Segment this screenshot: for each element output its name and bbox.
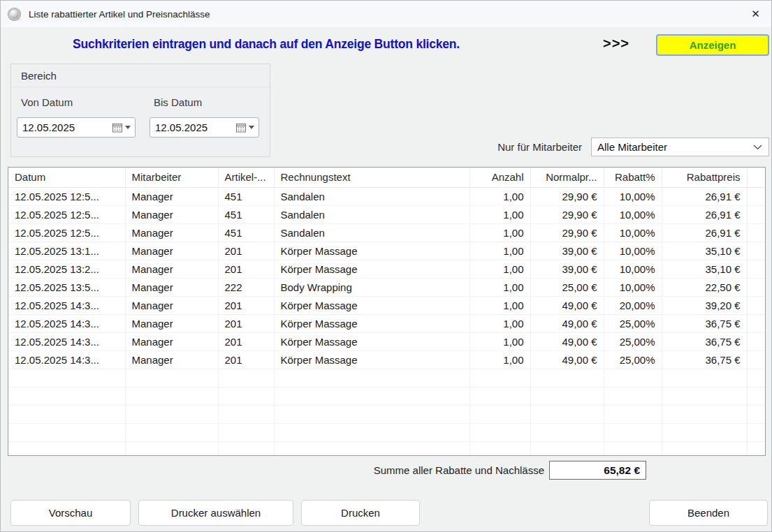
table-cell <box>747 296 765 314</box>
table-cell: 1,00 <box>469 205 530 223</box>
table-cell <box>604 441 662 456</box>
table-cell <box>747 223 765 242</box>
table-filler-row <box>8 423 765 441</box>
column-header[interactable]: Anzahl <box>469 168 530 187</box>
employee-combobox[interactable]: Alle Mitarbeiter <box>591 138 769 156</box>
table-cell: 1,00 <box>469 260 530 278</box>
table-cell <box>469 423 530 441</box>
table-cell <box>218 441 274 456</box>
table-cell: 10,00% <box>604 278 662 296</box>
table-cell: Sandalen <box>274 205 469 223</box>
table-cell <box>747 332 765 350</box>
arrows-indicator: >>> <box>603 36 629 52</box>
table-cell: Body Wrapping <box>274 278 469 296</box>
table-cell <box>530 423 604 441</box>
table-cell: 12.05.2025 14:3... <box>8 296 125 314</box>
table-cell <box>274 441 469 456</box>
results-table[interactable]: DatumMitarbeiterArtikel-...Rechnungstext… <box>8 167 766 456</box>
table-cell <box>125 369 218 387</box>
table-cell <box>530 405 604 423</box>
table-row[interactable]: 12.05.2025 14:3...Manager201Körper Massa… <box>8 314 765 332</box>
employee-combobox-value: Alle Mitarbeiter <box>597 141 667 153</box>
table-cell: 1,00 <box>469 296 530 314</box>
table-cell <box>125 405 218 423</box>
table-cell <box>747 242 765 260</box>
table-cell: 201 <box>218 332 274 350</box>
table-cell: Körper Massage <box>274 242 469 260</box>
table-cell <box>747 350 765 369</box>
column-header[interactable]: Mitarbeiter <box>125 168 218 187</box>
table-cell <box>747 369 765 387</box>
table-cell <box>747 387 765 405</box>
title-bar: Liste rabattierter Artikel und Preisnach… <box>1 1 771 27</box>
table-cell: 29,90 € <box>530 205 604 223</box>
table-row[interactable]: 12.05.2025 12:5...Manager451Sandalen1,00… <box>8 205 765 223</box>
table-cell: 10,00% <box>604 242 662 260</box>
table-cell: 39,00 € <box>530 242 604 260</box>
table-cell: 10,00% <box>604 205 662 223</box>
table-cell: Manager <box>125 278 218 296</box>
close-icon[interactable]: ✕ <box>740 1 771 27</box>
table-cell <box>747 278 765 296</box>
chevron-down-icon <box>753 145 762 150</box>
table-cell: Manager <box>125 296 218 314</box>
table-cell: 29,90 € <box>530 187 604 205</box>
table-cell <box>218 423 274 441</box>
table-cell <box>747 314 765 332</box>
table-cell <box>8 369 125 387</box>
table-row[interactable]: 12.05.2025 12:5...Manager451Sandalen1,00… <box>8 187 765 205</box>
column-header[interactable]: Rabatt% <box>604 168 662 187</box>
caret-down-icon <box>125 126 131 129</box>
table-cell <box>604 405 662 423</box>
preview-button[interactable]: Vorschau <box>10 500 131 526</box>
select-printer-button[interactable]: Drucker auswählen <box>138 500 293 526</box>
table-row[interactable]: 12.05.2025 13:1...Manager201Körper Massa… <box>8 242 765 260</box>
column-header[interactable]: Datum <box>8 168 125 187</box>
from-date-label: Von Datum <box>21 96 73 108</box>
quit-button[interactable]: Beenden <box>649 500 768 526</box>
table-row[interactable]: 12.05.2025 13:2...Manager201Körper Massa… <box>8 260 765 278</box>
table-cell: 10,00% <box>604 187 662 205</box>
table-cell: Körper Massage <box>274 332 469 350</box>
table-cell <box>662 423 747 441</box>
table-cell: 1,00 <box>469 314 530 332</box>
from-date-dropdown[interactable] <box>112 123 135 133</box>
from-date-picker[interactable]: 12.05.2025 <box>17 117 136 138</box>
table-cell <box>469 405 530 423</box>
table-cell: 451 <box>218 205 274 223</box>
table-cell: 12.05.2025 12:5... <box>8 205 125 223</box>
table-row[interactable]: 12.05.2025 14:3...Manager201Körper Massa… <box>8 332 765 350</box>
column-header[interactable]: Rechnungstext <box>274 168 469 187</box>
table-cell: Manager <box>125 314 218 332</box>
table-cell: 1,00 <box>469 278 530 296</box>
table-cell: 12.05.2025 13:1... <box>8 242 125 260</box>
table-cell: 25,00 € <box>530 278 604 296</box>
table-cell: 49,00 € <box>530 350 604 369</box>
table-cell <box>662 405 747 423</box>
table-cell <box>469 387 530 405</box>
table-filler-row <box>8 387 765 405</box>
table-cell: Körper Massage <box>274 314 469 332</box>
column-header[interactable]: Normalpr... <box>530 168 604 187</box>
calendar-icon <box>112 123 123 133</box>
to-date-dropdown[interactable] <box>236 123 258 133</box>
table-cell <box>530 369 604 387</box>
table-row[interactable]: 12.05.2025 12:5...Manager451Sandalen1,00… <box>8 223 765 242</box>
table-cell <box>604 387 662 405</box>
print-button[interactable]: Drucken <box>301 500 420 526</box>
table-row[interactable]: 12.05.2025 14:3...Manager201Körper Massa… <box>8 350 765 369</box>
groupbox-title: Bereich <box>11 64 270 87</box>
table-cell: 201 <box>218 350 274 369</box>
table-cell: 29,90 € <box>530 223 604 242</box>
table-cell: 25,00% <box>604 332 662 350</box>
table-row[interactable]: 12.05.2025 14:3...Manager201Körper Massa… <box>8 296 765 314</box>
table-cell <box>125 441 218 456</box>
table-cell: 1,00 <box>469 242 530 260</box>
column-header[interactable]: Rabattpreis <box>662 168 747 187</box>
show-button[interactable]: Anzeigen <box>656 34 769 56</box>
table-cell: 35,10 € <box>662 260 747 278</box>
table-row[interactable]: 12.05.2025 13:5...Manager222Body Wrappin… <box>8 278 765 296</box>
column-header[interactable]: Artikel-... <box>218 168 274 187</box>
to-date-picker[interactable]: 12.05.2025 <box>150 117 259 138</box>
table-cell: 451 <box>218 187 274 205</box>
